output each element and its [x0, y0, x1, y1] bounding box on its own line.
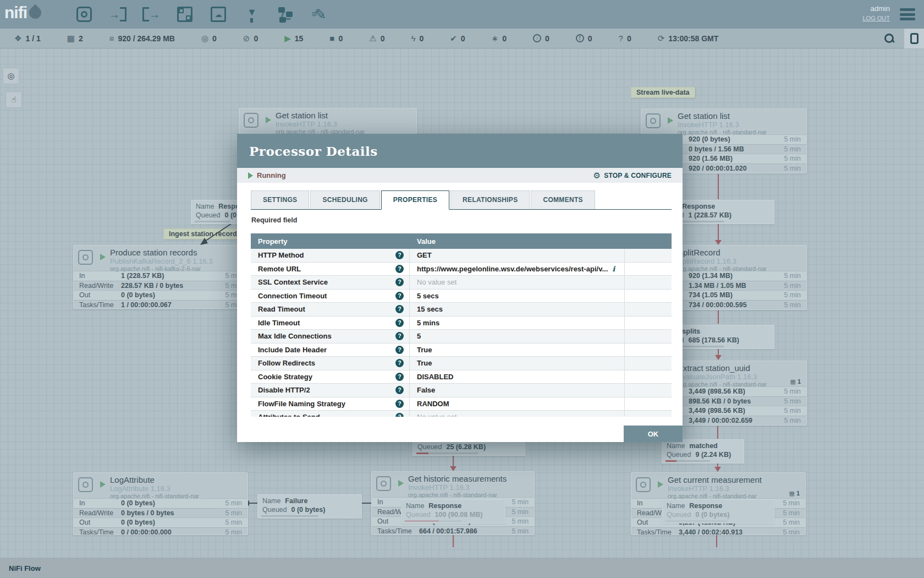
gear-icon: ⚙ [593, 171, 601, 181]
running-status-icon [266, 117, 271, 123]
table-row[interactable]: SSL Context Service? No value set [251, 276, 672, 290]
status-bar: ❖1 / 1 ▦2 ≡920 / 264.29 MB ◎0 ⊘0 ▶15 ■0 … [0, 29, 924, 48]
table-header: Property Value [251, 233, 672, 249]
pan-hand-button[interactable]: ☝ [6, 91, 22, 108]
locally-modified-icon: ∗ [492, 34, 499, 43]
table-row[interactable]: Include Date Header? True [251, 343, 672, 357]
table-row[interactable]: Read Timeout? 15 secs [251, 303, 672, 317]
help-icon[interactable]: ? [395, 400, 404, 408]
run-status-text: Running [257, 171, 286, 179]
table-row[interactable]: Max Idle Connections? 5 [251, 330, 672, 343]
stopped-icon: ■ [329, 34, 334, 43]
queue-indicator [405, 520, 461, 522]
help-icon[interactable]: ? [395, 319, 404, 327]
stop-and-configure-button[interactable]: ⚙ STOP & CONFIGURE [593, 171, 672, 181]
running-status-icon [398, 480, 404, 487]
queue-indicator [416, 452, 478, 454]
stale-icon: ↑ [533, 34, 541, 42]
toolbar-remote-process-group-icon[interactable]: ☁ [209, 5, 228, 24]
search-icon[interactable] [883, 32, 895, 45]
last-refresh[interactable]: ⟳13:00:58 GMT [658, 34, 719, 43]
invalid-icon: ⚠ [369, 34, 376, 43]
stat-running: ▶15 [284, 34, 303, 43]
toolbar-label-icon[interactable]: ≡✎ [310, 5, 328, 24]
tab-scheduling[interactable]: SCHEDULING [310, 190, 380, 209]
grid-icon: ▦ [789, 490, 794, 497]
tab-properties[interactable]: PROPERTIES [381, 190, 449, 210]
help-icon[interactable]: ? [395, 359, 404, 367]
threads-icon: ▦ [67, 34, 75, 43]
required-field-note: Required field [251, 216, 297, 224]
dialog-title: Processor Details [249, 144, 378, 159]
processor-log-attribute[interactable]: LogAttribute LogAttribute 1.16.3 org.apa… [73, 472, 248, 535]
counter-badge: ▦1 [789, 490, 800, 497]
toolbar-output-port-icon[interactable]: → [142, 5, 161, 24]
ok-button[interactable]: OK [624, 426, 683, 442]
queue-indicator [195, 221, 230, 222]
table-row[interactable]: Attributes to Send? No value set [251, 411, 672, 417]
tab-settings[interactable]: SETTINGS [251, 190, 309, 209]
info-icon[interactable]: i [612, 265, 615, 273]
running-status-icon [248, 172, 253, 179]
label-ingest-station-records[interactable]: Ingest station records [163, 228, 246, 239]
nifi-drop-icon [26, 4, 43, 21]
help-icon[interactable]: ? [395, 386, 404, 394]
connection-matched[interactable]: Namematched Queued9 (2.24 KB) [662, 439, 744, 464]
panel-icon [910, 33, 919, 44]
processor-icon [78, 250, 93, 265]
help-icon[interactable]: ? [395, 292, 404, 300]
connection-failure[interactable]: NameFailure Queued0 (0 bytes) [257, 494, 362, 519]
logout-link[interactable]: LOG OUT [862, 15, 890, 21]
not-transmitting-icon: ⊘ [243, 34, 250, 43]
table-row[interactable]: Disable HTTP/2? False [251, 384, 672, 397]
toolbar-funnel-icon[interactable]: ▼ [243, 5, 261, 24]
disabled-icon: ϟ [411, 34, 415, 43]
help-icon[interactable]: ? [395, 413, 404, 417]
stat-transmitting: ◎0 [201, 34, 217, 43]
app-header: nifi → → ☁ ▼ ≡✎ admin LOG OUT [0, 0, 924, 29]
processor-type: InvokeHTTP 1.16.3 [678, 121, 802, 129]
label-stream-live-data[interactable]: Stream live-data [631, 87, 695, 98]
help-icon[interactable]: ? [395, 265, 404, 273]
toolbar-template-icon[interactable] [276, 5, 295, 24]
table-row[interactable]: Remote URL? https://www.pegelonline.wsv.… [251, 263, 672, 276]
properties-table: Property Value HTTP Method? GET Remote U… [251, 233, 672, 417]
table-row[interactable]: Connection Timeout? 5 secs [251, 290, 672, 303]
toolbar-process-group-icon[interactable] [175, 5, 194, 24]
table-row[interactable]: HTTP Method? GET [251, 249, 672, 263]
help-icon[interactable]: ? [395, 278, 404, 286]
stat-threads: ▦2 [67, 34, 83, 43]
stat-cluster: ❖1 / 1 [14, 34, 41, 43]
global-menu-icon[interactable] [900, 8, 915, 20]
help-icon[interactable]: ? [395, 346, 404, 354]
help-icon[interactable]: ? [395, 251, 404, 259]
connection-response-center[interactable]: NameResponse Queued100 (90.08 MB) [401, 499, 505, 524]
tab-relationships[interactable]: RELATIONSHIPS [450, 190, 530, 209]
processor-title: Get station list [276, 111, 412, 120]
breadcrumb[interactable]: NiFi Flow [9, 564, 41, 572]
processor-produce-station-records[interactable]: Produce station records PublishKafkaReco… [73, 245, 248, 309]
birdseye-button[interactable]: ◎ [3, 68, 19, 84]
processor-icon [376, 476, 391, 491]
processor-title: Get current measurement [668, 475, 801, 484]
table-row[interactable]: Cookie Strategy? DISABLED [251, 370, 672, 384]
connection-response-right[interactable]: NameResponse Queued0 (0 bytes) [662, 499, 774, 524]
table-row[interactable]: FlowFile Naming Strategy? RANDOM [251, 397, 672, 411]
table-row[interactable]: Follow Redirects? True [251, 357, 672, 370]
hand-icon: ☝ [11, 95, 16, 105]
processor-stats: In1 (228.57 KB)5 min Read/Write228.57 KB… [74, 271, 248, 308]
help-icon[interactable]: ? [395, 373, 404, 381]
help-icon[interactable]: ? [395, 332, 404, 340]
table-row[interactable]: Idle Timeout? 5 mins [251, 317, 672, 330]
queue-indicator [666, 520, 727, 522]
running-status-icon [100, 254, 106, 260]
panel-toggle-button[interactable] [904, 29, 924, 48]
toolbar-input-port-icon[interactable]: → [108, 5, 127, 24]
tab-comments[interactable]: COMMENTS [531, 190, 595, 209]
sync-failure-icon: ? [619, 34, 623, 43]
help-icon[interactable]: ? [395, 305, 404, 313]
stat-stopped: ■0 [329, 34, 343, 43]
queue-indicator [666, 460, 710, 462]
counter-badge: ▦1 [790, 378, 801, 385]
toolbar-processor-icon[interactable] [75, 5, 94, 24]
